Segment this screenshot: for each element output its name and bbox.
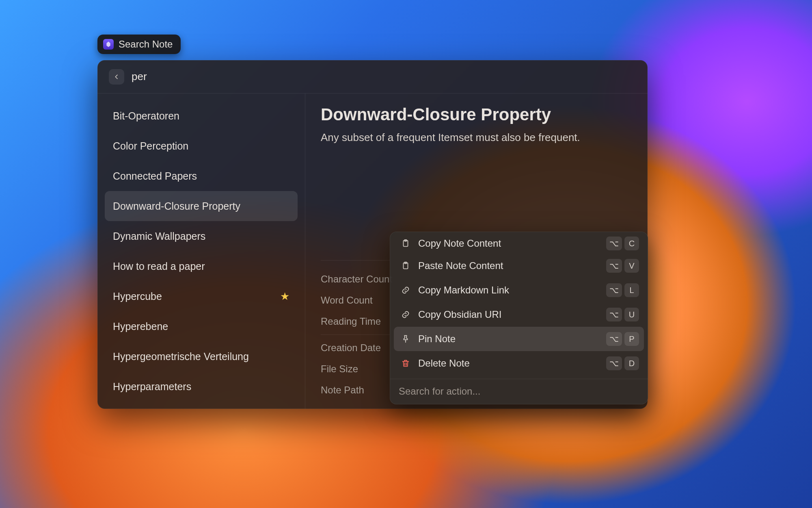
result-item[interactable]: Hyperebene	[105, 311, 298, 341]
action-item-label: Delete Note	[418, 358, 606, 369]
action-item-label: Copy Markdown Link	[418, 284, 606, 296]
result-item-label: Downward-Closure Property	[113, 200, 240, 212]
action-search-row	[390, 379, 648, 404]
note-title: Downward-Closure Property	[321, 105, 632, 124]
result-item[interactable]: Hypercube★	[105, 281, 298, 311]
obsidian-app-icon	[103, 39, 114, 50]
back-button[interactable]	[109, 69, 124, 85]
result-item-label: Bit-Operatoren	[113, 110, 179, 122]
result-item-label: Hyperparameters	[113, 381, 191, 393]
action-item-label: Pin Note	[418, 333, 606, 345]
result-item[interactable]: Dynamic Wallpapers	[105, 221, 298, 251]
clipboard-icon	[399, 261, 412, 270]
clipboard-icon	[399, 239, 412, 248]
kbd-key: P	[624, 332, 639, 346]
shortcut: ⌥P	[606, 332, 639, 346]
metadata-label: Character Count	[321, 274, 392, 285]
chevron-left-icon	[113, 74, 120, 80]
kbd-modifier: ⌥	[606, 308, 622, 321]
result-item-label: Hypercube	[113, 291, 162, 302]
action-item[interactable]: Copy Obsidian URI⌥U	[394, 302, 644, 327]
link-icon	[399, 286, 412, 295]
result-item[interactable]: Hyperparameters	[105, 371, 298, 402]
action-item-label: Copy Note Content	[418, 238, 606, 249]
shortcut: ⌥D	[606, 356, 639, 370]
result-item-label: Dynamic Wallpapers	[113, 230, 205, 242]
kbd-key: L	[624, 283, 639, 297]
star-icon: ★	[280, 290, 289, 303]
kbd-key: V	[624, 259, 639, 273]
link-icon	[399, 310, 412, 319]
action-item[interactable]: Pin Note⌥P	[394, 327, 644, 351]
result-item-label: Color Perception	[113, 140, 188, 152]
action-item-label: Paste Note Content	[418, 260, 606, 271]
result-item[interactable]: Bit-Operatoren	[105, 101, 298, 131]
results-sidebar: Bit-OperatorenColor PerceptionConnected …	[97, 93, 305, 409]
kbd-modifier: ⌥	[606, 283, 622, 297]
kbd-modifier: ⌥	[606, 356, 622, 370]
metadata-label: Word Count	[321, 295, 373, 306]
result-item[interactable]: Hypergeometrische Verteilung	[105, 341, 298, 371]
kbd-modifier: ⌥	[606, 259, 622, 273]
metadata-label: Creation Date	[321, 342, 381, 354]
result-item[interactable]: How to read a paper	[105, 251, 298, 281]
kbd-key: C	[624, 237, 639, 250]
note-body: Any subset of a frequent Itemset must al…	[321, 130, 632, 145]
shortcut: ⌥L	[606, 283, 639, 297]
result-item-label: How to read a paper	[113, 261, 205, 272]
shortcut: ⌥U	[606, 308, 639, 321]
action-item[interactable]: Copy Markdown Link⌥L	[394, 278, 644, 302]
command-label: Search Note	[97, 35, 181, 54]
metadata-label: Note Path	[321, 384, 364, 396]
action-search-input[interactable]	[399, 386, 639, 397]
kbd-key: D	[624, 356, 639, 370]
result-item-label: Hyperebene	[113, 321, 168, 332]
action-item[interactable]: Paste Note Content⌥V	[394, 254, 644, 278]
action-item[interactable]: Delete Note⌥D	[394, 351, 644, 376]
command-label-text: Search Note	[119, 39, 173, 50]
result-item-label: Hypergeometrische Verteilung	[113, 351, 249, 363]
metadata-label: File Size	[321, 363, 358, 375]
action-panel: Copy Note Content⌥CPaste Note Content⌥VC…	[390, 232, 648, 404]
action-item[interactable]: Copy Note Content⌥C	[394, 233, 644, 254]
kbd-key: U	[624, 308, 639, 321]
kbd-modifier: ⌥	[606, 237, 622, 250]
result-item[interactable]: Color Perception	[105, 131, 298, 161]
trash-icon	[399, 359, 412, 368]
pin-icon	[399, 334, 412, 343]
action-item-label: Copy Obsidian URI	[418, 309, 606, 320]
result-item[interactable]: Downward-Closure Property	[105, 191, 298, 221]
shortcut: ⌥V	[606, 259, 639, 273]
result-item-label: Connected Papers	[113, 170, 197, 182]
shortcut: ⌥C	[606, 237, 639, 250]
metadata-label: Reading Time	[321, 316, 381, 327]
search-input[interactable]	[132, 70, 636, 83]
kbd-modifier: ⌥	[606, 332, 622, 346]
search-row	[97, 60, 648, 93]
result-item[interactable]: Connected Papers	[105, 161, 298, 191]
